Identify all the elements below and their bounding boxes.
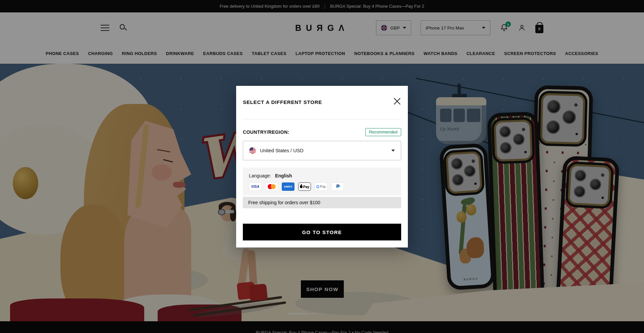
language-value: English (275, 173, 292, 178)
mastercard-icon (265, 182, 278, 191)
close-icon[interactable] (393, 97, 401, 105)
language-label: Language: (249, 173, 271, 178)
amex-icon: AMEX (282, 182, 294, 191)
store-selector-modal: SELECT A DIFFERENT STORE COUNTRY/REGION:… (236, 86, 408, 247)
apple-pay-icon: Pay (298, 182, 311, 191)
chevron-down-icon (391, 150, 395, 152)
modal-title: SELECT A DIFFERENT STORE (243, 99, 401, 105)
country-region-label: COUNTRY/REGION: (243, 129, 289, 135)
visa-icon: VISA (249, 182, 262, 191)
google-pay-icon: GPay (315, 182, 327, 191)
paypal-icon: PP (331, 182, 344, 191)
go-to-store-button[interactable]: GO TO STORE (243, 224, 401, 240)
country-select-value: United States / USD (260, 148, 387, 153)
modal-divider (243, 119, 401, 119)
recommended-badge: Recommended (365, 128, 401, 136)
payment-methods-row: VISA AMEX Pay GPay PP (249, 182, 395, 191)
shipping-note: Free shipping for orders over $100 (243, 197, 401, 208)
us-flag-icon (249, 147, 256, 154)
page: Free delivery to United Kingdom for orde… (0, 0, 644, 333)
store-info-panel: Language: English VISA AMEX Pay GPay PP (243, 168, 401, 196)
country-select[interactable]: United States / USD (243, 141, 401, 160)
